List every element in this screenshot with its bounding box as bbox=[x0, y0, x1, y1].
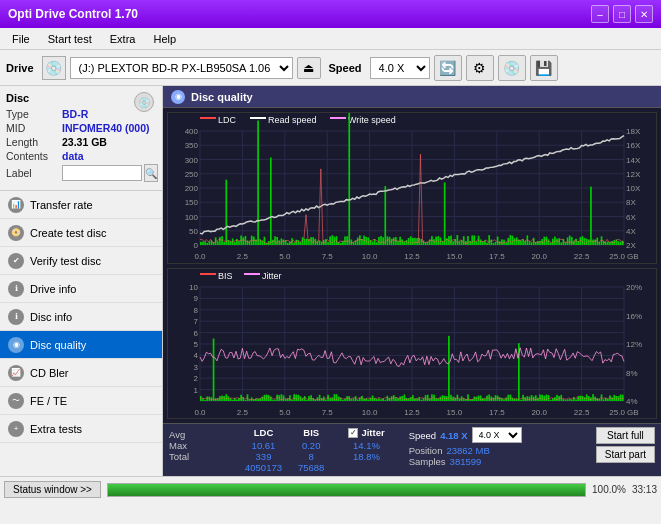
ldc-stats: LDC 10.61 339 4050173 bbox=[245, 427, 282, 473]
speed-select-stats[interactable]: 4.0 X bbox=[472, 427, 522, 443]
ldc-max: 339 bbox=[245, 451, 282, 462]
status-window-button[interactable]: Status window >> bbox=[4, 481, 101, 498]
disc-button[interactable]: 💿 bbox=[498, 55, 526, 81]
app-title: Opti Drive Control 1.70 bbox=[8, 7, 138, 21]
chart-header: ◉ Disc quality bbox=[163, 86, 661, 108]
ldc-header: LDC bbox=[245, 427, 282, 438]
type-value: BD-R bbox=[62, 108, 88, 120]
nav-extra-tests[interactable]: + Extra tests bbox=[0, 415, 162, 443]
transfer-rate-icon: 📊 bbox=[8, 197, 24, 213]
nav-disc-info[interactable]: ℹ Disc info bbox=[0, 303, 162, 331]
progress-bar bbox=[107, 483, 586, 497]
position-label: Position bbox=[409, 445, 443, 456]
start-buttons: Start full Start part bbox=[596, 427, 655, 463]
charts-container bbox=[163, 108, 661, 423]
mid-value: INFOMER40 (000) bbox=[62, 122, 150, 134]
menu-extra[interactable]: Extra bbox=[102, 31, 144, 47]
nav-verify-test-label: Verify test disc bbox=[30, 255, 101, 267]
nav-disc-quality-label: Disc quality bbox=[30, 339, 86, 351]
max-row-label: Max bbox=[169, 440, 229, 451]
nav-drive-info-label: Drive info bbox=[30, 283, 76, 295]
nav-extra-tests-label: Extra tests bbox=[30, 423, 82, 435]
disc-contents-row: Contents data bbox=[6, 150, 156, 162]
verify-test-icon: ✔ bbox=[8, 253, 24, 269]
start-full-button[interactable]: Start full bbox=[596, 427, 655, 444]
jitter-max: 18.8% bbox=[348, 451, 384, 462]
disc-quality-icon: ◉ bbox=[8, 337, 24, 353]
refresh-button[interactable]: 🔄 bbox=[434, 55, 462, 81]
nav-transfer-rate-label: Transfer rate bbox=[30, 199, 93, 211]
total-row-label: Total bbox=[169, 451, 229, 462]
samples-label: Samples bbox=[409, 456, 446, 467]
position-value: 23862 MB bbox=[446, 445, 489, 456]
bis-max: 8 bbox=[298, 451, 324, 462]
disc-panel: Disc 💿 Type BD-R MID INFOMER40 (000) Len… bbox=[0, 86, 162, 191]
jitter-avg: 14.1% bbox=[348, 440, 384, 451]
start-part-button[interactable]: Start part bbox=[596, 446, 655, 463]
jitter-check: ✓ bbox=[348, 428, 358, 438]
progress-fill bbox=[108, 484, 585, 496]
window-controls: – □ ✕ bbox=[591, 5, 653, 23]
extra-tests-icon: + bbox=[8, 421, 24, 437]
bis-stats: BIS 0.20 8 75688 bbox=[298, 427, 324, 473]
disc-type-row: Type BD-R bbox=[6, 108, 156, 120]
avg-speed-value: 4.18 X bbox=[440, 430, 467, 441]
samples-row: Samples 381599 bbox=[409, 456, 522, 467]
length-label: Length bbox=[6, 136, 62, 148]
cd-bler-icon: 📈 bbox=[8, 365, 24, 381]
save-button[interactable]: 💾 bbox=[530, 55, 558, 81]
nav-fe-te-label: FE / TE bbox=[30, 395, 67, 407]
speed-row: Speed 4.18 X 4.0 X bbox=[409, 427, 522, 443]
nav-transfer-rate[interactable]: 📊 Transfer rate bbox=[0, 191, 162, 219]
jitter-header: Jitter bbox=[361, 427, 384, 438]
menu-bar: File Start test Extra Help bbox=[0, 28, 661, 50]
length-value: 23.31 GB bbox=[62, 136, 107, 148]
chart-title: Disc quality bbox=[191, 91, 253, 103]
nav-cd-bler-label: CD Bler bbox=[30, 367, 69, 379]
drive-icon: 💿 bbox=[42, 56, 66, 80]
chart-header-icon: ◉ bbox=[171, 90, 185, 104]
minimize-button[interactable]: – bbox=[591, 5, 609, 23]
speed-label: Speed bbox=[329, 62, 362, 74]
time-text: 33:13 bbox=[632, 484, 657, 495]
menu-help[interactable]: Help bbox=[145, 31, 184, 47]
progress-text: 100.0% bbox=[592, 484, 626, 495]
drive-select[interactable]: (J:) PLEXTOR BD-R PX-LB950SA 1.06 bbox=[70, 57, 293, 79]
nav-drive-info[interactable]: ℹ Drive info bbox=[0, 275, 162, 303]
bis-chart bbox=[167, 268, 657, 420]
ldc-avg: 10.61 bbox=[245, 440, 282, 451]
nav-verify-test-disc[interactable]: ✔ Verify test disc bbox=[0, 247, 162, 275]
nav-create-test-disc[interactable]: 📀 Create test disc bbox=[0, 219, 162, 247]
avg-row-label: Avg bbox=[169, 429, 229, 440]
disc-label-row: Label 🔍 bbox=[6, 164, 156, 182]
label-input[interactable] bbox=[62, 165, 142, 181]
nav-create-test-label: Create test disc bbox=[30, 227, 106, 239]
settings-button[interactable]: ⚙ bbox=[466, 55, 494, 81]
drive-info-icon: ℹ bbox=[8, 281, 24, 297]
close-button[interactable]: ✕ bbox=[635, 5, 653, 23]
mid-label: MID bbox=[6, 122, 62, 134]
jitter-header-row: ✓ Jitter bbox=[348, 427, 384, 438]
sidebar: Disc 💿 Type BD-R MID INFOMER40 (000) Len… bbox=[0, 86, 163, 476]
eject-button[interactable]: ⏏ bbox=[297, 57, 321, 79]
nav-fe-te[interactable]: 〜 FE / TE bbox=[0, 387, 162, 415]
nav-disc-quality[interactable]: ◉ Disc quality bbox=[0, 331, 162, 359]
maximize-button[interactable]: □ bbox=[613, 5, 631, 23]
type-label: Type bbox=[6, 108, 62, 120]
speed-position-stats: Speed 4.18 X 4.0 X Position 23862 MB Sam… bbox=[409, 427, 522, 467]
status-bar: Status window >> 100.0% 33:13 bbox=[0, 476, 661, 502]
ldc-total: 4050173 bbox=[245, 462, 282, 473]
jitter-stats: ✓ Jitter 14.1% 18.8% bbox=[348, 427, 384, 462]
nav-items: 📊 Transfer rate 📀 Create test disc ✔ Ver… bbox=[0, 191, 162, 443]
menu-file[interactable]: File bbox=[4, 31, 38, 47]
label-search-button[interactable]: 🔍 bbox=[144, 164, 158, 182]
nav-disc-info-label: Disc info bbox=[30, 311, 72, 323]
disc-length-row: Length 23.31 GB bbox=[6, 136, 156, 148]
main-area: Disc 💿 Type BD-R MID INFOMER40 (000) Len… bbox=[0, 86, 661, 476]
fe-te-icon: 〜 bbox=[8, 393, 24, 409]
speed-select[interactable]: 4.0 X bbox=[370, 57, 430, 79]
disc-info-icon: ℹ bbox=[8, 309, 24, 325]
nav-cd-bler[interactable]: 📈 CD Bler bbox=[0, 359, 162, 387]
menu-start-test[interactable]: Start test bbox=[40, 31, 100, 47]
speed-header: Speed bbox=[409, 430, 436, 441]
